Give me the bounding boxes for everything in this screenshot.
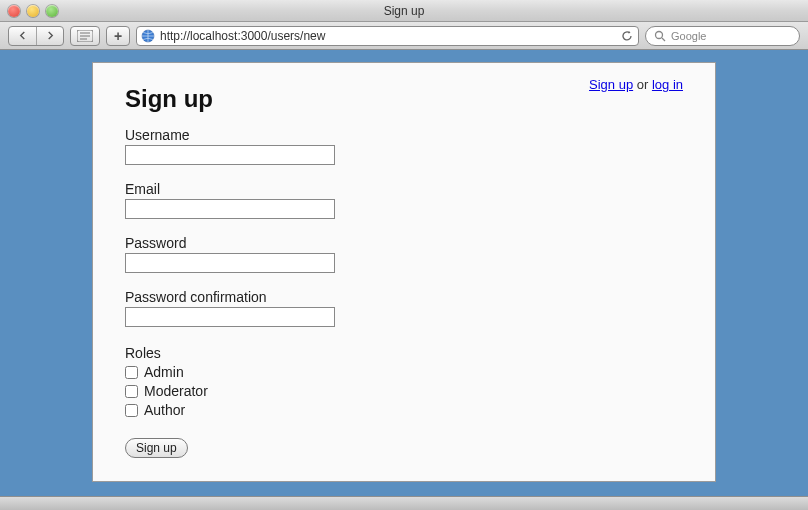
password-field: Password	[125, 235, 683, 273]
url-text: http://localhost:3000/users/new	[160, 29, 615, 43]
email-label: Email	[125, 181, 683, 197]
login-link[interactable]: log in	[652, 77, 683, 92]
password-input[interactable]	[125, 253, 335, 273]
svg-point-5	[656, 31, 663, 38]
browser-toolbar: + http://localhost:3000/users/new Google	[0, 22, 808, 50]
role-checkbox-admin[interactable]	[125, 366, 138, 379]
window-titlebar: Sign up	[0, 0, 808, 22]
traffic-lights	[8, 5, 58, 17]
reader-button[interactable]	[70, 26, 100, 46]
favicon	[141, 29, 155, 43]
reload-icon	[621, 30, 633, 42]
password-confirmation-field: Password confirmation	[125, 289, 683, 327]
password-confirmation-input[interactable]	[125, 307, 335, 327]
svg-line-6	[662, 38, 665, 41]
email-input[interactable]	[125, 199, 335, 219]
zoom-window-button[interactable]	[46, 5, 58, 17]
role-label-author: Author	[144, 401, 185, 420]
search-placeholder: Google	[671, 30, 706, 42]
roles-label: Roles	[125, 345, 683, 361]
url-bar[interactable]: http://localhost:3000/users/new	[136, 26, 639, 46]
username-label: Username	[125, 127, 683, 143]
minimize-window-button[interactable]	[27, 5, 39, 17]
add-bookmark-button[interactable]: +	[106, 26, 130, 46]
plus-icon: +	[114, 28, 122, 44]
window-title: Sign up	[0, 4, 808, 18]
password-label: Password	[125, 235, 683, 251]
status-bar	[0, 496, 808, 510]
close-window-button[interactable]	[8, 5, 20, 17]
role-label-admin: Admin	[144, 363, 184, 382]
auth-sep: or	[633, 77, 652, 92]
back-button[interactable]	[9, 27, 36, 45]
nav-buttons	[8, 26, 64, 46]
auth-links: Sign up or log in	[589, 77, 683, 92]
submit-button[interactable]: Sign up	[125, 438, 188, 458]
search-box[interactable]: Google	[645, 26, 800, 46]
role-row-moderator: Moderator	[125, 382, 683, 401]
role-checkbox-author[interactable]	[125, 404, 138, 417]
username-field: Username	[125, 127, 683, 165]
chevron-right-icon	[46, 31, 55, 40]
role-checkbox-moderator[interactable]	[125, 385, 138, 398]
chevron-left-icon	[18, 31, 27, 40]
reload-button[interactable]	[620, 29, 634, 43]
email-field: Email	[125, 181, 683, 219]
search-icon	[654, 30, 666, 42]
page-container: Sign up or log in Sign up Username Email…	[92, 62, 716, 482]
signup-link[interactable]: Sign up	[589, 77, 633, 92]
username-input[interactable]	[125, 145, 335, 165]
reader-icon	[77, 30, 93, 42]
role-label-moderator: Moderator	[144, 382, 208, 401]
role-row-admin: Admin	[125, 363, 683, 382]
globe-icon	[141, 29, 155, 43]
browser-viewport: Sign up or log in Sign up Username Email…	[0, 50, 808, 496]
forward-button[interactable]	[36, 27, 63, 45]
roles-group: Roles Admin Moderator Author	[125, 345, 683, 420]
password-confirmation-label: Password confirmation	[125, 289, 683, 305]
role-row-author: Author	[125, 401, 683, 420]
